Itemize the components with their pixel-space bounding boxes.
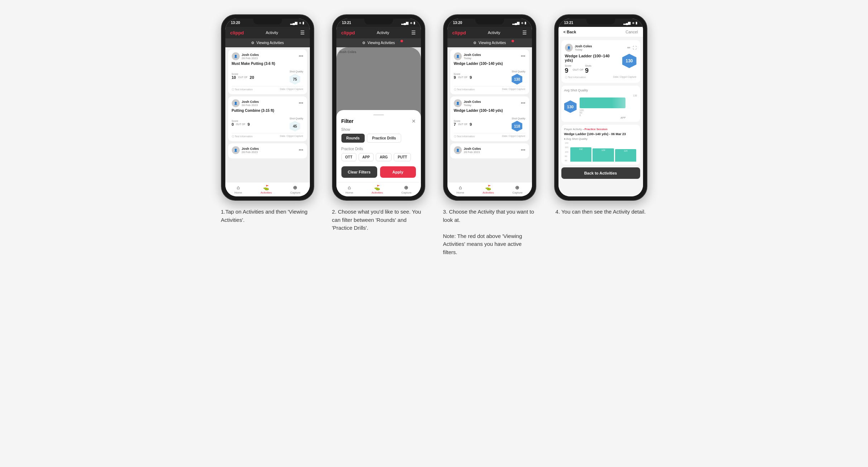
- activity-card-1-2[interactable]: 👤 Josh Coles 28 Feb 2023 ••• Putting Com…: [228, 96, 307, 141]
- card-header-3-1: 👤 Josh Coles Today •••: [454, 52, 526, 60]
- sq-group-3-2: Shot Quality 118: [512, 114, 525, 132]
- caption-3: 3. Choose the Activity that you want to …: [443, 208, 536, 256]
- detail-score-group-4: Score 9 OUT OF Shots 9: [565, 65, 615, 75]
- shots-value-1-2: 9: [248, 122, 250, 127]
- notch-3: [475, 19, 504, 24]
- score-value-1-1: 10: [232, 75, 236, 80]
- score-label-3-2: Score: [454, 120, 472, 122]
- nav-capture-3[interactable]: ⊕ Capture: [512, 185, 522, 194]
- sq-badge-1-2: 45: [289, 121, 300, 132]
- viewing-activities-bar-1[interactable]: ⚙ Viewing Activities: [225, 38, 310, 47]
- activity-card-1-1[interactable]: 👤 Josh Coles 28 Feb 2023 ••• Must Make P…: [228, 49, 307, 94]
- nav-home-1[interactable]: ⌂ Home: [234, 185, 242, 194]
- caption-4: 4. You can then see the Activity detail.: [556, 208, 646, 216]
- practice-drills-button-2[interactable]: Practice Drills: [367, 134, 402, 143]
- drill-arg-2[interactable]: ARG: [376, 153, 392, 161]
- hamburger-icon-2[interactable]: ☰: [411, 30, 416, 35]
- nav-activities-3[interactable]: ⛳ Activities: [483, 185, 494, 194]
- user-info-3-2: 👤 Josh Coles Today: [454, 99, 481, 107]
- phone-inner-1: 13:20 ▂▄▆ ⌾ ▮ clippd Activity ☰ ⚙ Viewin…: [225, 19, 310, 196]
- back-to-activities-button-4[interactable]: Back to Activities: [561, 167, 640, 179]
- detail-out-of-4: OUT OF: [573, 68, 584, 71]
- more-dots-1-3[interactable]: •••: [299, 148, 303, 153]
- viewing-activities-label-2: Viewing Activities: [368, 41, 395, 45]
- activities-label-2: Activities: [371, 191, 383, 194]
- nav-home-3[interactable]: ⌂ Home: [456, 185, 464, 194]
- home-icon-2: ⌂: [348, 185, 351, 190]
- activities-icon-1: ⛳: [263, 185, 269, 190]
- more-dots-3-3[interactable]: •••: [521, 148, 526, 153]
- app-title-2: Activity: [377, 30, 389, 35]
- user-name-3-1: Josh Coles: [464, 53, 481, 57]
- capture-label-1: Capture: [290, 191, 300, 194]
- hamburger-icon-3[interactable]: ☰: [522, 30, 527, 35]
- chart-y-labels-4: 100 50 0: [580, 109, 637, 116]
- drill-ott-2[interactable]: OTT: [341, 153, 356, 161]
- drill-buttons-2: OTT APP ARG PUTT: [341, 153, 416, 161]
- signal-icon-4: ▂▄▆: [623, 21, 630, 25]
- close-button-2[interactable]: ✕: [412, 118, 416, 124]
- detail-sq-group-4: 130: [622, 54, 637, 68]
- viewing-activities-bar-3[interactable]: ⚙ Viewing Activities: [447, 38, 532, 47]
- back-button-4[interactable]: < Back: [564, 30, 576, 34]
- info-right-1-2: Data: Clippd Capture: [280, 135, 303, 138]
- sq-badge-3-2: 118: [512, 121, 522, 132]
- more-dots-3-1[interactable]: •••: [521, 54, 526, 59]
- phone-inner-4: 13:21 ▂▄▆ ⌾ ▮ < Back Cancel �: [558, 19, 643, 196]
- filter-icon-3: ⚙: [473, 41, 476, 45]
- wifi-icon-3: ⌾: [521, 21, 523, 25]
- avatar-1-1: 👤: [232, 52, 240, 60]
- activity-card-3-1[interactable]: 👤 Josh Coles Today ••• Wedge Ladder (100…: [450, 49, 529, 94]
- score-label-1-2: Score: [232, 120, 250, 122]
- bottom-nav-1: ⌂ Home ⛳ Activities ⊕ Capture: [225, 182, 310, 196]
- hamburger-icon-1[interactable]: ☰: [300, 30, 305, 35]
- nav-activities-1[interactable]: ⛳ Activities: [260, 185, 272, 194]
- more-dots-3-2[interactable]: •••: [521, 101, 526, 106]
- viewing-activities-bar-2[interactable]: ⚙ Viewing Activities: [336, 38, 421, 47]
- filter-modal-2: Filter ✕ Show Rounds Practice Drills Pra…: [336, 110, 421, 182]
- bar-3-4: 124: [615, 149, 637, 162]
- rounds-button-2[interactable]: Rounds: [341, 134, 365, 143]
- card-header-1-1: 👤 Josh Coles 28 Feb 2023 •••: [232, 52, 303, 60]
- card-footer-3-1: ⓘ Test Information Data: Clippd Capture: [454, 86, 526, 91]
- clear-filters-button-2[interactable]: Clear Filters: [341, 166, 377, 178]
- sq-badge-1-1: 75: [289, 74, 300, 85]
- user-info-1-2: 👤 Josh Coles 28 Feb 2023: [232, 99, 259, 107]
- session-avg-label-4: ♦ Avg Shot Quality: [564, 137, 637, 140]
- apply-button-2[interactable]: Apply: [380, 166, 416, 178]
- practice-session-link-4[interactable]: Practice Session: [585, 128, 608, 131]
- nav-capture-2[interactable]: ⊕ Capture: [401, 185, 411, 194]
- drill-putt-2[interactable]: PUTT: [394, 153, 411, 161]
- caption-1: 1.Tap on Activities and then 'Viewing Ac…: [221, 208, 314, 224]
- nav-home-2[interactable]: ⌂ Home: [345, 185, 353, 194]
- drill-app-2[interactable]: APP: [359, 153, 374, 161]
- status-icons-1: ▂▄▆ ⌾ ▮: [290, 21, 304, 25]
- nav-capture-1[interactable]: ⊕ Capture: [290, 185, 300, 194]
- filter-actions-2: Clear Filters Apply: [341, 166, 416, 178]
- cancel-button-4[interactable]: Cancel: [625, 30, 638, 34]
- more-dots-1-1[interactable]: •••: [299, 54, 303, 59]
- activities-list-3: 👤 Josh Coles Today ••• Wedge Ladder (100…: [447, 47, 532, 182]
- detail-score-label-4: Score: [565, 65, 571, 67]
- phone-frame-4: 13:21 ▂▄▆ ⌾ ▮ < Back Cancel �: [554, 14, 647, 201]
- more-dots-1-2[interactable]: •••: [299, 101, 303, 106]
- activity-title-1-2: Putting Combine (3-15 ft): [232, 109, 303, 113]
- expand-icon-4[interactable]: ⛶: [633, 46, 637, 50]
- sq-group-1-1: Shot Quality 75: [289, 67, 303, 85]
- activity-card-3-2[interactable]: 👤 Josh Coles Today ••• Wedge Ladder (100…: [450, 96, 529, 141]
- user-info-3-1: 👤 Josh Coles Today: [454, 52, 481, 60]
- edit-icon-4[interactable]: ✏: [627, 46, 630, 50]
- activity-card-3-3[interactable]: 👤 Josh Coles 28 Feb 2023 •••: [450, 143, 529, 158]
- activity-card-1-3[interactable]: 👤 Josh Coles 28 Feb 2023 •••: [228, 143, 307, 158]
- nav-activities-2[interactable]: ⛳ Activities: [371, 185, 383, 194]
- show-label-2: Show: [341, 128, 416, 132]
- app-logo-2: clippd: [341, 30, 355, 35]
- stat-score-3-2: Score 7 OUT OF 9: [454, 120, 472, 127]
- signal-icon-2: ▂▄▆: [401, 21, 408, 25]
- status-bar-3: 13:20 ▂▄▆ ⌾ ▮: [447, 19, 532, 27]
- sq-label-1-1: Shot Quality: [289, 70, 303, 73]
- stat-score-3-1: Score 9 OUT OF 9: [454, 73, 472, 80]
- phone-section-3: 13:20 ▂▄▆ ⌾ ▮ clippd Activity ☰ ⚙ Viewin…: [440, 14, 540, 256]
- user-date-3-3: 28 Feb 2023: [464, 151, 481, 154]
- y-label-100-4: 100: [580, 109, 637, 111]
